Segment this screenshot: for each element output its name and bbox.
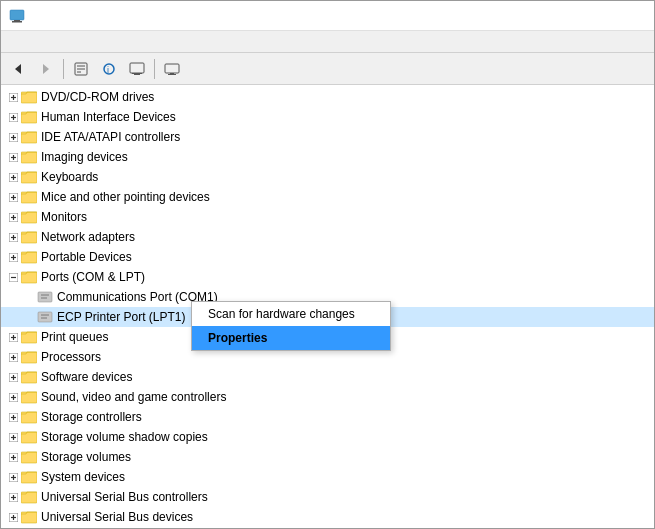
svg-rect-14 xyxy=(165,64,179,73)
svg-rect-101 xyxy=(21,512,37,523)
expander-ide[interactable] xyxy=(5,129,21,145)
label-system: System devices xyxy=(41,470,125,484)
display-button[interactable] xyxy=(159,56,185,82)
menu-file[interactable] xyxy=(5,40,21,44)
expander-system[interactable] xyxy=(5,469,21,485)
expander-usb[interactable] xyxy=(5,489,21,505)
expander-network[interactable] xyxy=(5,229,21,245)
menu-help[interactable] xyxy=(53,40,69,44)
expander-software[interactable] xyxy=(5,369,21,385)
tree-item-dvd[interactable]: DVD/CD-ROM drives xyxy=(1,87,654,107)
scan-button[interactable] xyxy=(124,56,150,82)
menu-view[interactable] xyxy=(37,40,53,44)
expander-com1 xyxy=(21,289,37,305)
menu-bar xyxy=(1,31,654,53)
icon-monitors xyxy=(21,209,37,225)
tree-item-usbdev[interactable]: Universal Serial Bus devices xyxy=(1,507,654,527)
svg-rect-11 xyxy=(130,63,144,73)
svg-rect-1 xyxy=(12,21,22,23)
svg-rect-56 xyxy=(38,292,52,302)
tree-item-sound[interactable]: Sound, video and game controllers xyxy=(1,387,654,407)
tree-item-usb[interactable]: Universal Serial Bus controllers xyxy=(1,487,654,507)
tree-item-storagevolumes[interactable]: Storage volumes xyxy=(1,447,654,467)
tree-item-ports[interactable]: Ports (COM & LPT) xyxy=(1,267,654,287)
label-network: Network adapters xyxy=(41,230,135,244)
expander-mice[interactable] xyxy=(5,189,21,205)
label-portable: Portable Devices xyxy=(41,250,132,264)
tree-item-network[interactable]: Network adapters xyxy=(1,227,654,247)
expander-printq[interactable] xyxy=(5,329,21,345)
icon-sound xyxy=(21,389,37,405)
title-bar xyxy=(1,1,654,31)
icon-storagev xyxy=(21,429,37,445)
tree-item-portable[interactable]: Portable Devices xyxy=(1,247,654,267)
tree-item-storage[interactable]: Storage controllers xyxy=(1,407,654,427)
tree-item-software[interactable]: Software devices xyxy=(1,367,654,387)
tree-item-imaging[interactable]: Imaging devices xyxy=(1,147,654,167)
update-driver-button[interactable]: i xyxy=(96,56,122,82)
svg-rect-16 xyxy=(170,73,174,74)
svg-rect-0 xyxy=(10,10,24,20)
svg-rect-77 xyxy=(21,392,37,403)
expander-ports[interactable] xyxy=(5,269,21,285)
tree-item-system[interactable]: System devices xyxy=(1,467,654,487)
maximize-button[interactable] xyxy=(554,1,600,31)
tree-item-mice[interactable]: Mice and other pointing devices xyxy=(1,187,654,207)
tree-item-ide[interactable]: IDE ATA/ATAPI controllers xyxy=(1,127,654,147)
svg-text:i: i xyxy=(107,65,109,75)
expander-imaging[interactable] xyxy=(5,149,21,165)
back-button[interactable] xyxy=(5,56,31,82)
svg-rect-13 xyxy=(132,73,142,74)
tree-item-keyboards[interactable]: Keyboards xyxy=(1,167,654,187)
icon-storage xyxy=(21,409,37,425)
icon-printq xyxy=(21,329,37,345)
device-manager-window: i DVD/CD-ROM drives Human Inte xyxy=(0,0,655,529)
tree-item-monitors[interactable]: Monitors xyxy=(1,207,654,227)
expander-sound[interactable] xyxy=(5,389,21,405)
expander-keyboards[interactable] xyxy=(5,169,21,185)
minimize-button[interactable] xyxy=(508,1,554,31)
icon-software xyxy=(21,369,37,385)
icon-storagevolumes xyxy=(21,449,37,465)
properties-view-button[interactable] xyxy=(68,56,94,82)
svg-rect-93 xyxy=(21,472,37,483)
icon-usbdev xyxy=(21,509,37,525)
label-ports: Ports (COM & LPT) xyxy=(41,270,145,284)
expander-hid[interactable] xyxy=(5,109,21,125)
svg-marker-4 xyxy=(43,64,49,74)
svg-rect-32 xyxy=(21,152,37,163)
expander-portable[interactable] xyxy=(5,249,21,265)
expander-dvd[interactable] xyxy=(5,89,21,105)
expander-storagev[interactable] xyxy=(5,429,21,445)
expander-storagevolumes[interactable] xyxy=(5,449,21,465)
toolbar: i xyxy=(1,53,654,85)
icon-com1 xyxy=(37,289,53,305)
svg-rect-20 xyxy=(21,92,37,103)
separator-2 xyxy=(154,59,155,79)
label-sound: Sound, video and game controllers xyxy=(41,390,226,404)
label-storagevolumes: Storage volumes xyxy=(41,450,131,464)
forward-button[interactable] xyxy=(33,56,59,82)
icon-ports xyxy=(21,269,37,285)
icon-lpt1 xyxy=(37,309,53,325)
tree-item-storagev[interactable]: Storage volume shadow copies xyxy=(1,427,654,447)
expander-storage[interactable] xyxy=(5,409,21,425)
label-printq: Print queues xyxy=(41,330,108,344)
label-keyboards: Keyboards xyxy=(41,170,98,184)
expander-usbdev[interactable] xyxy=(5,509,21,525)
label-ide: IDE ATA/ATAPI controllers xyxy=(41,130,180,144)
context-menu-item-scan[interactable]: Scan for hardware changes xyxy=(192,302,390,326)
tree-item-hid[interactable]: Human Interface Devices xyxy=(1,107,654,127)
separator-1 xyxy=(63,59,64,79)
icon-hid xyxy=(21,109,37,125)
context-menu-item-properties[interactable]: Properties xyxy=(192,326,390,350)
svg-rect-28 xyxy=(21,132,37,143)
label-software: Software devices xyxy=(41,370,132,384)
menu-action[interactable] xyxy=(21,40,37,44)
expander-monitors[interactable] xyxy=(5,209,21,225)
window-controls xyxy=(508,1,646,31)
icon-ide xyxy=(21,129,37,145)
close-button[interactable] xyxy=(600,1,646,31)
label-processors: Processors xyxy=(41,350,101,364)
expander-processors[interactable] xyxy=(5,349,21,365)
